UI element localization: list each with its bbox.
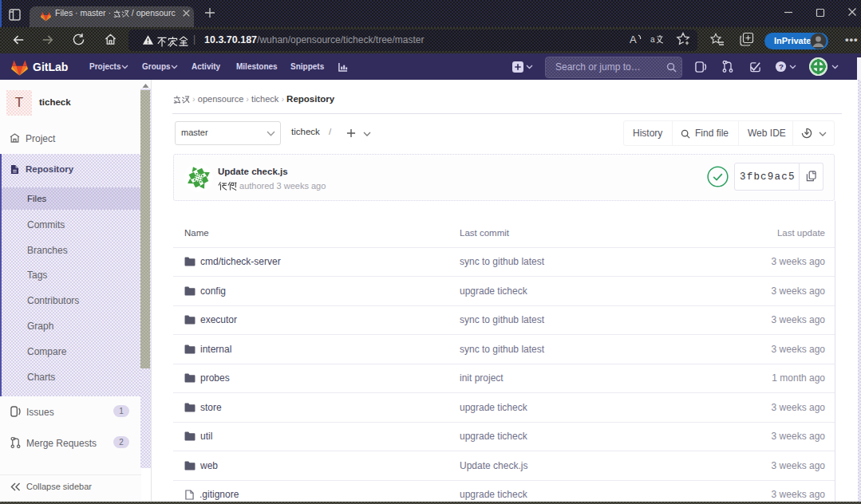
svg-text:a: a [650,35,655,44]
svg-text:A: A [630,33,637,45]
svg-text:?: ? [779,62,784,71]
